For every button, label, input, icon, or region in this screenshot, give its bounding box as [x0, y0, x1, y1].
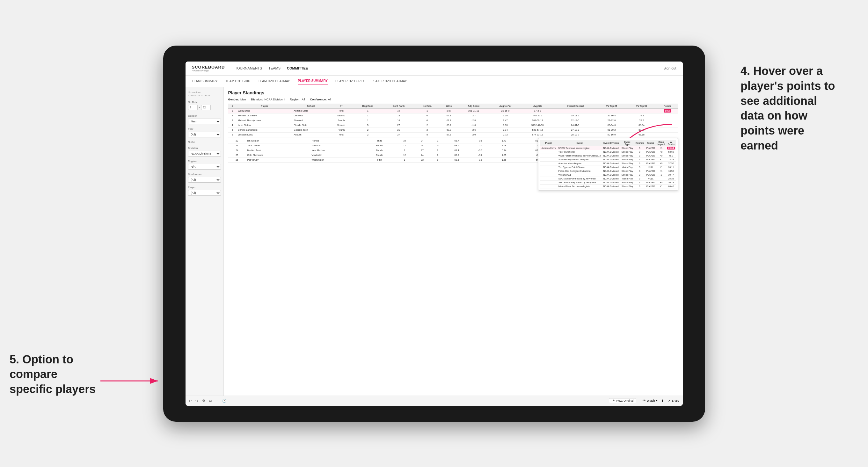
no-rds-from-input[interactable] [188, 105, 198, 110]
division-label: Division [188, 147, 221, 150]
cell-no-rds: 8 [414, 132, 440, 137]
share-icon: ↗ [668, 399, 670, 402]
cell-school: Florida State [292, 123, 330, 127]
tooltip-cell-rounds: 3 [634, 169, 645, 173]
nav-committee[interactable]: COMMITTEE [287, 65, 308, 71]
cell-avg-sg: 674-33-12 [521, 132, 554, 137]
nav-tournaments[interactable]: TOURNAMENTS [235, 65, 262, 71]
tooltip-cell-event: Mirabel Maui Jim Intercollegiate [557, 184, 602, 188]
tooltip-cell-rank-impact: +1 [656, 165, 666, 169]
cell-reg-rank: 1 [396, 157, 413, 162]
cell-adj-score: -3.7 [469, 148, 492, 153]
cell-player: Michael Thorbjornsen [237, 118, 292, 123]
sub-nav-team-summary[interactable]: TEAM SUMMARY [192, 78, 218, 84]
tooltip-cell-player: Jackson Koivu [540, 146, 557, 150]
tooltip-cell-player [540, 161, 557, 165]
year-select[interactable]: (All) [188, 132, 221, 137]
player-standings-title: Player Standings [228, 90, 678, 95]
more-icon[interactable]: ··· [216, 399, 218, 403]
cell-wins: 67.1 [440, 113, 458, 118]
cell-wins: 68.7 [444, 139, 469, 144]
tooltip-cell-event: Wake Forest Invitational at Pinehurst No… [557, 154, 602, 157]
cell-rank: 4 [228, 123, 237, 127]
cell-avg-topar: 2.34 [489, 127, 521, 132]
tooltip-cell-wpoints[interactable]: 30.47 [666, 173, 676, 177]
table-row: 2 Michael La Sasso Ole Miss Second 1 18 … [228, 113, 678, 118]
cell-points[interactable]: 88.2 [657, 108, 678, 113]
gender-select[interactable]: Men [188, 119, 221, 124]
redo-icon[interactable]: ↪ [195, 399, 198, 403]
tooltip-cell-wpoints[interactable]: 66.40 [666, 184, 676, 188]
tooltip-cell-event: Southern Highlands Collegiate [557, 157, 602, 161]
tooltip-cell-wpoints[interactable]: 73.23 [666, 157, 676, 161]
tooltip-cell-wpoints[interactable]: 46.7 [666, 154, 676, 157]
bottom-bar: ↩ ↪ ⚙ ⧉ ··· 🕐 👁 View: Original 👁 Watch ▾… [186, 396, 683, 406]
clock-icon[interactable]: 🕐 [222, 399, 227, 403]
cell-avg-topar: 1.98 [489, 123, 521, 127]
tooltip-cell-status: PLAYED [645, 184, 656, 188]
region-select[interactable]: N/A [188, 164, 221, 169]
cell-adj-score: -2.8 [458, 118, 490, 123]
cell-school: Auburn [292, 132, 330, 137]
top-nav-links: TOURNAMENTS TEAMS COMMITTEE [235, 65, 656, 71]
watch-button[interactable]: 👁 Watch ▾ [643, 399, 658, 402]
logo: SCOREBOARD Powered by clippi [192, 65, 225, 72]
cell-player: Christo Lamprecht [237, 127, 292, 132]
copy-icon[interactable]: ⧉ [209, 399, 212, 403]
sub-nav-player-h2h-grid[interactable]: PLAYER H2H GRID [335, 78, 364, 84]
sub-nav-team-h2h-heatmap[interactable]: TEAM H2H HEATMAP [258, 78, 290, 84]
export-button[interactable]: ⬆ [661, 399, 664, 402]
tooltip-cell-player [540, 169, 557, 173]
division-select[interactable]: NCAA Division I [188, 151, 221, 157]
tooltip-cell-rank-impact: 1 [656, 173, 666, 177]
conference-select[interactable]: (All) [188, 177, 221, 183]
cell-yr: Second [330, 123, 353, 127]
cell-conf-rank: 15 [382, 108, 414, 113]
tooltip-cell-type: Stroke Play [620, 184, 634, 188]
tooltip-cell-type: Match Play [620, 165, 634, 169]
cell-adj-score: 381-01-11 [458, 108, 490, 113]
col-school: School [292, 103, 330, 109]
view-original-button[interactable]: 👁 View: Original [609, 398, 636, 403]
col-vs50: Vs Top 50 [627, 103, 657, 109]
player-select[interactable]: (All) [188, 190, 221, 196]
tooltip-cell-wpoints[interactable]: 25.38 [666, 177, 676, 180]
cell-player: Petr Hruby [246, 157, 310, 162]
filter-region-label: Region: [290, 98, 301, 101]
tooltip-cell-wpoints[interactable]: 20.64 [666, 146, 676, 150]
tooltip-cell-wpoints[interactable]: 37.57 [666, 161, 676, 165]
tooltip-cell-rank-impact: +0 [656, 154, 666, 157]
sub-nav-player-h2h-heatmap[interactable]: PLAYER H2H HEATMAP [371, 78, 407, 84]
filter-region-value: All [302, 98, 305, 101]
tooltip-cell-type: Stroke Play [620, 161, 634, 165]
tooltip-cell-division: NCAA Division I [602, 184, 620, 188]
cell-school: Missouri [310, 143, 363, 148]
sign-out-link[interactable]: Sign out [663, 66, 676, 70]
undo-icon[interactable]: ↩ [189, 399, 192, 403]
tooltip-cell-player [540, 165, 557, 169]
view-original-label: View: Original [616, 399, 633, 402]
cell-points[interactable] [657, 113, 678, 118]
tooltip-cell-type: Match Play [620, 177, 634, 180]
no-rds-to-input[interactable] [201, 105, 211, 110]
tooltip-cell-wpoints[interactable]: 18.50 [666, 169, 676, 173]
tooltip-cell-wpoints[interactable]: 56.18 [666, 180, 676, 184]
tooltip-cell-division: NCAA Division I [602, 165, 620, 169]
sub-nav-player-summary[interactable]: PLAYER SUMMARY [298, 78, 328, 85]
tooltip-cell-status: PLAYED [645, 161, 656, 165]
tooltip-cell-wpoints[interactable]: 53.60 [666, 150, 676, 154]
sub-nav-team-h2h-grid[interactable]: TEAM H2H GRID [225, 78, 250, 84]
settings-icon[interactable]: ⚙ [202, 399, 205, 403]
tooltip-cell-wpoints[interactable]: 24.11 [666, 165, 676, 169]
cell-overall: 24-31-3 [554, 123, 597, 127]
tooltip-cell-rank-impact: +0 [656, 150, 666, 154]
sidebar-division: Division NCAA Division I [188, 147, 221, 157]
cell-no-rds: 2 [431, 148, 445, 153]
cell-rank: 24 [228, 148, 246, 153]
tooltip-cell-player [540, 177, 557, 180]
share-button[interactable]: ↗ Share [668, 399, 679, 402]
nav-teams[interactable]: TEAMS [269, 65, 280, 71]
cell-rank: 2 [228, 113, 237, 118]
tooltip-row: SEC Stroke Play hosted by Jerry Pate NCA… [540, 180, 676, 184]
cell-overall: 27-10-2 [554, 127, 597, 132]
